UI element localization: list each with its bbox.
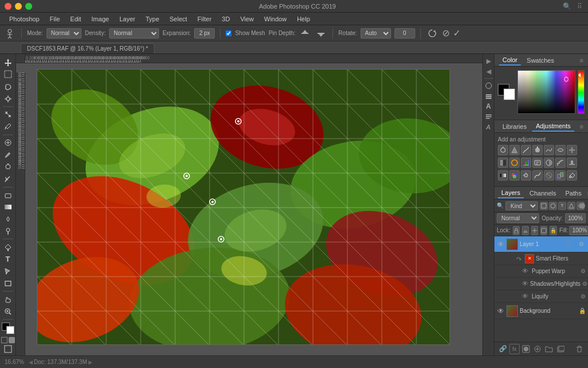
lock-all-btn[interactable]: 🔒 (550, 226, 557, 235)
shadows-eye[interactable]: 👁 (522, 280, 528, 288)
adj-panel-menu[interactable]: ≡ (580, 123, 583, 130)
paragraph-icon[interactable] (484, 112, 493, 121)
fg-bg-swatches[interactable] (498, 84, 515, 100)
brush-size-icon[interactable] (484, 81, 493, 90)
tool-pen[interactable] (2, 241, 14, 252)
liquify-eye[interactable]: 👁 (522, 293, 530, 301)
color-swatches[interactable] (2, 323, 14, 334)
minimize-button[interactable] (15, 3, 22, 10)
adj-posterize[interactable] (555, 158, 566, 168)
tool-eyedropper[interactable] (2, 121, 14, 132)
tool-rectangle[interactable] (2, 278, 14, 289)
canvas-image[interactable] (37, 69, 450, 345)
tab-color[interactable]: Color (499, 55, 521, 66)
tool-zoom[interactable] (2, 306, 14, 317)
layer-kind-select[interactable]: KindNameEffect (505, 201, 538, 210)
adj-replace-color[interactable] (567, 170, 577, 181)
tool-blur[interactable] (2, 213, 14, 225)
adj-colorbalance[interactable] (567, 145, 577, 155)
tool-clone-stamp[interactable] (2, 161, 14, 172)
document-tab[interactable]: DSCF1853.RAF @ 16.7% (Layer 1, RGB/16°) … (21, 43, 154, 53)
puppet-warp-settings[interactable]: ⚙ (581, 268, 586, 274)
adj-threshold[interactable] (567, 158, 577, 168)
tool-hand[interactable] (2, 293, 14, 305)
tool-magic-wand[interactable] (2, 93, 14, 105)
blend-mode-select[interactable]: NormalDissolveMultiplyScreenOverlay (497, 213, 539, 223)
adj-brightness[interactable] (498, 145, 508, 155)
lock-position-btn[interactable] (531, 226, 538, 235)
tool-crop[interactable] (2, 109, 14, 120)
layer1-fx[interactable]: fx (567, 240, 575, 248)
search-icon[interactable]: 🔍 (563, 2, 571, 10)
layer1-eye[interactable]: 👁 (497, 240, 505, 248)
tab-layers[interactable]: Layers (498, 188, 524, 198)
tool-healing-brush[interactable] (2, 136, 14, 148)
close-button[interactable] (5, 3, 11, 10)
adj-match-color[interactable] (555, 170, 566, 181)
tool-dodge[interactable] (2, 225, 14, 237)
menu-edit[interactable]: Edit (65, 14, 86, 24)
adj-hdr-toning[interactable] (532, 170, 543, 181)
adj-channel-mixer[interactable] (521, 158, 531, 168)
standard-mode-btn[interactable] (1, 337, 7, 343)
color-panel-menu[interactable]: ≡ (580, 57, 583, 64)
fill-input[interactable] (569, 226, 588, 235)
tool-selection-marquee[interactable] (2, 68, 14, 80)
hue-slider[interactable] (578, 70, 585, 114)
menu-layer[interactable]: Layer (115, 14, 140, 24)
tool-lasso[interactable] (2, 81, 14, 93)
filter-liquify[interactable]: 👁 Liquify ⚙ (494, 290, 588, 303)
tool-history-brush[interactable] (2, 173, 14, 185)
filter-shadows-hl[interactable]: 👁 Shadows/Highlights ⚙ (494, 278, 588, 290)
shadows-settings[interactable]: ⚙ (582, 281, 587, 287)
tab-adjustments[interactable]: Adjustments (532, 121, 574, 132)
mode-select[interactable]: NormalRigidDistort (47, 28, 82, 39)
cancel-button[interactable]: ⊘ (442, 28, 450, 39)
adj-exposure[interactable] (532, 145, 543, 155)
panel-collapse-btn[interactable]: ◀ (484, 67, 493, 76)
panel-arrow-btn[interactable]: ▶ (484, 56, 493, 66)
adj-levels[interactable] (509, 145, 520, 155)
smart-filters-eye[interactable] (515, 255, 523, 263)
canvas-scroll-area[interactable] (25, 63, 482, 355)
tool-move[interactable] (2, 56, 14, 68)
show-mesh-checkbox[interactable] (226, 30, 231, 36)
pin-depth-up[interactable] (299, 29, 311, 38)
density-select[interactable]: NormalFewer PointsMore Points (109, 28, 159, 39)
filter-type-btn[interactable]: T (558, 202, 566, 210)
rotate-select[interactable]: AutoFixed (361, 28, 391, 39)
rotate-input[interactable] (394, 28, 415, 39)
lock-transparent-btn[interactable] (513, 226, 520, 235)
adj-invert[interactable] (544, 158, 554, 168)
adj-color-lookup[interactable] (532, 158, 543, 168)
reset-button[interactable] (426, 29, 439, 38)
expansion-input[interactable] (194, 28, 215, 39)
status-arrows[interactable]: ◀ Doc: 137.3M/137.3M ▶ (29, 359, 92, 365)
adj-vibrance[interactable] (544, 145, 554, 155)
warp-pins[interactable] (184, 118, 241, 242)
tool-brush[interactable] (2, 149, 14, 160)
tool-eraser[interactable] (2, 189, 14, 200)
menu-3d[interactable]: 3D (217, 14, 234, 24)
adj-huesat[interactable] (555, 145, 566, 155)
filter-pixel-btn[interactable] (540, 202, 548, 210)
tab-paths[interactable]: Paths (562, 189, 585, 198)
menu-help[interactable]: Help (292, 14, 315, 24)
confirm-button[interactable]: ✓ (453, 28, 461, 39)
adj-gradient-map[interactable] (498, 170, 508, 181)
filter-puppet-warp[interactable]: 👁 Puppet Warp ⚙ (494, 265, 588, 278)
layer1-settings[interactable]: ⚙ (577, 240, 586, 249)
traffic-lights[interactable] (5, 3, 32, 10)
maximize-button[interactable] (25, 3, 32, 10)
lock-image-btn[interactable] (522, 226, 529, 235)
add-adjustment-btn[interactable] (532, 344, 543, 354)
menu-window[interactable]: Window (260, 14, 291, 24)
create-layer-btn[interactable] (555, 344, 566, 354)
filter-adj-btn[interactable] (549, 202, 557, 210)
opacity-input[interactable] (565, 213, 586, 223)
menu-view[interactable]: View (235, 14, 258, 24)
text-icon[interactable]: A (484, 102, 493, 111)
adj-selective-color[interactable] (509, 170, 520, 181)
add-fx-btn[interactable]: fx (509, 344, 520, 354)
menu-file[interactable]: File (45, 14, 65, 24)
